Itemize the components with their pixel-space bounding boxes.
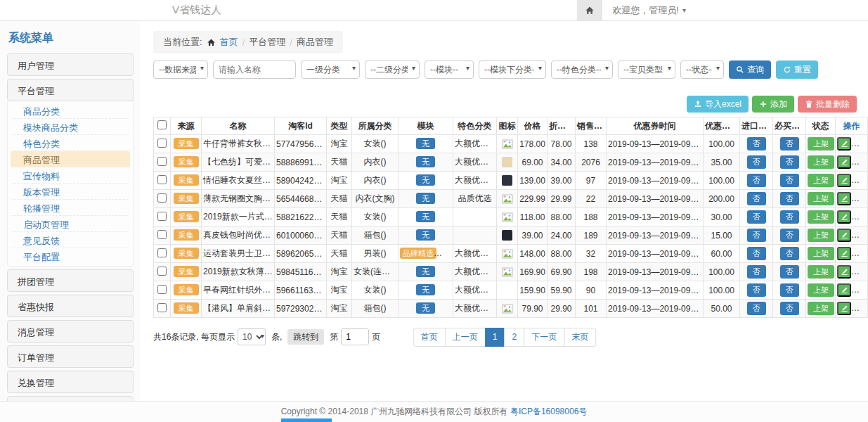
- user-menu[interactable]: 欢迎您，管理员! ▾: [602, 0, 696, 20]
- edit-button[interactable]: [837, 210, 851, 224]
- select-all-checkbox[interactable]: [157, 120, 167, 129]
- jump-page-input[interactable]: [341, 328, 369, 345]
- imported-toggle-button[interactable]: 否: [747, 210, 766, 224]
- reset-button[interactable]: 重置: [776, 60, 818, 79]
- add-button[interactable]: 添加: [752, 96, 794, 113]
- page-button[interactable]: 末页: [564, 328, 596, 347]
- imported-toggle-button[interactable]: 否: [747, 229, 766, 242]
- filter-select[interactable]: --模块下分类--: [479, 60, 546, 79]
- must-buy-toggle-button[interactable]: 否: [780, 283, 799, 297]
- edit-button[interactable]: [837, 247, 851, 260]
- imported-toggle-button[interactable]: 否: [747, 265, 766, 279]
- sidebar-section-header[interactable]: 消息管理: [7, 320, 134, 343]
- sidebar-item[interactable]: 商品分类: [11, 103, 130, 119]
- sidebar-item[interactable]: 意见反馈: [11, 232, 130, 248]
- status-button[interactable]: 上架: [808, 192, 834, 205]
- navbar-home-button[interactable]: [577, 0, 602, 20]
- must-buy-toggle-button[interactable]: 否: [780, 210, 799, 224]
- edit-button[interactable]: [837, 192, 851, 205]
- must-buy-toggle-button[interactable]: 否: [780, 229, 799, 242]
- page-button[interactable]: 上一页: [445, 328, 486, 347]
- imported-toggle-button[interactable]: 否: [747, 283, 766, 297]
- edit-button[interactable]: [837, 302, 851, 315]
- icp-link[interactable]: 粤ICP备16098006号: [510, 406, 587, 418]
- must-buy-toggle-button[interactable]: 否: [780, 174, 799, 187]
- filter-select[interactable]: --特色分类--: [551, 60, 613, 79]
- page-button-current[interactable]: 1: [485, 328, 505, 347]
- feature-cell: [453, 226, 497, 245]
- status-button[interactable]: 上架: [808, 265, 834, 279]
- sidebar-item[interactable]: 商品管理: [11, 151, 130, 167]
- sidebar-item[interactable]: 模块商品分类: [11, 119, 130, 135]
- status-button[interactable]: 上架: [808, 210, 834, 224]
- filter-select[interactable]: --模块--: [425, 60, 474, 79]
- filter-select[interactable]: --状态--: [680, 60, 724, 79]
- sidebar-section-header[interactable]: 省惠快报: [7, 295, 134, 317]
- sidebar-section-header[interactable]: 用户管理: [7, 53, 134, 76]
- row-checkbox[interactable]: [157, 193, 167, 203]
- must-buy-toggle-button[interactable]: 否: [780, 302, 799, 315]
- must-buy-toggle-button[interactable]: 否: [780, 155, 799, 169]
- batch-delete-button[interactable]: 批量删除: [798, 96, 857, 113]
- edit-button[interactable]: [837, 155, 851, 169]
- breadcrumb-home-link[interactable]: 首页: [220, 36, 238, 49]
- must-buy-toggle-button[interactable]: 否: [780, 265, 799, 279]
- page-button[interactable]: 下一页: [524, 328, 564, 347]
- must-buy-toggle-button[interactable]: 否: [780, 192, 799, 205]
- sidebar-section-header[interactable]: 兑换管理: [7, 371, 134, 393]
- jump-button[interactable]: 跳转到: [287, 329, 324, 345]
- edit-button[interactable]: [837, 137, 851, 151]
- status-button[interactable]: 上架: [808, 137, 834, 151]
- imported-toggle-button[interactable]: 否: [747, 247, 766, 260]
- sidebar-item[interactable]: 启动页管理: [11, 216, 130, 232]
- status-button[interactable]: 上架: [808, 229, 834, 242]
- imported-toggle-button[interactable]: 否: [747, 155, 766, 169]
- module-cell: 品牌精选爱上运动: [399, 245, 453, 263]
- sidebar-section-header[interactable]: 统计管理: [7, 396, 134, 401]
- per-page-select[interactable]: 10: [238, 328, 266, 345]
- source-cell: 采集: [171, 172, 202, 190]
- sidebar-item[interactable]: 宣传物料: [11, 167, 130, 184]
- import-excel-button[interactable]: 导入excel: [687, 96, 749, 113]
- edit-button[interactable]: [837, 174, 851, 187]
- row-checkbox[interactable]: [157, 212, 167, 221]
- edit-button[interactable]: [837, 265, 851, 279]
- status-button[interactable]: 上架: [808, 302, 834, 315]
- filter-select[interactable]: 一级分类: [301, 60, 360, 79]
- must-buy-toggle-button[interactable]: 否: [780, 137, 799, 151]
- status-button[interactable]: 上架: [808, 174, 834, 187]
- page-button[interactable]: 首页: [413, 328, 446, 347]
- page-button[interactable]: 2: [505, 328, 525, 347]
- row-checkbox[interactable]: [157, 139, 167, 148]
- row-checkbox[interactable]: [157, 157, 167, 166]
- filter-select[interactable]: --数据来源--: [153, 60, 208, 79]
- sidebar-section-header[interactable]: 订单管理: [7, 345, 134, 368]
- status-button[interactable]: 上架: [808, 247, 834, 260]
- imported-toggle-button[interactable]: 否: [747, 174, 766, 187]
- filter-select[interactable]: --二级分类--: [365, 60, 420, 79]
- imported-toggle-button[interactable]: 否: [747, 137, 766, 151]
- edit-button[interactable]: [837, 229, 851, 242]
- row-checkbox[interactable]: [157, 285, 167, 294]
- sidebar-section-header[interactable]: 拼团管理: [7, 269, 134, 292]
- coupon-time-cell: 2019-09-13—2019-09-15: [607, 245, 704, 263]
- sidebar-item[interactable]: 特色分类: [11, 135, 130, 151]
- status-button[interactable]: 上架: [808, 283, 834, 297]
- sidebar-section-header[interactable]: 平台管理: [7, 79, 134, 101]
- name-search-input[interactable]: [213, 60, 296, 79]
- status-button[interactable]: 上架: [808, 155, 834, 169]
- filter-select[interactable]: --宝贝类型--: [618, 60, 675, 79]
- row-checkbox[interactable]: [157, 267, 167, 276]
- must-buy-toggle-button[interactable]: 否: [780, 247, 799, 260]
- imported-toggle-button[interactable]: 否: [747, 192, 766, 205]
- row-checkbox[interactable]: [157, 248, 167, 257]
- sidebar-item[interactable]: 平台配置: [11, 248, 130, 264]
- imported-toggle-button[interactable]: 否: [747, 302, 766, 315]
- search-button[interactable]: 查询: [729, 60, 771, 79]
- row-checkbox[interactable]: [157, 230, 167, 239]
- sidebar-item[interactable]: 轮播管理: [11, 200, 130, 216]
- edit-button[interactable]: [837, 283, 851, 297]
- row-checkbox[interactable]: [157, 175, 167, 184]
- sidebar-item[interactable]: 版本管理: [11, 184, 130, 200]
- row-checkbox[interactable]: [157, 303, 167, 312]
